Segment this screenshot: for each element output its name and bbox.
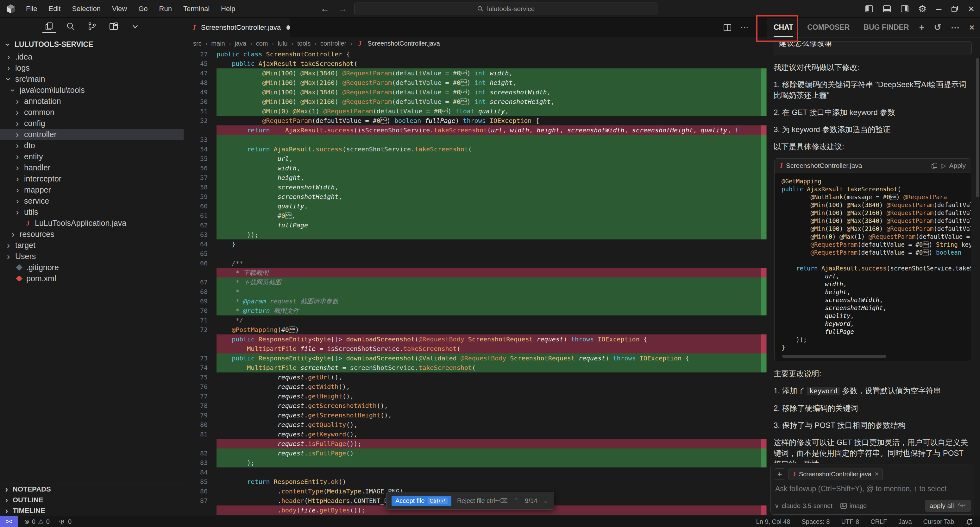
code-line-27[interactable]: 27public class ScreenshotController {: [184, 49, 767, 59]
code-line-83[interactable]: 83 );: [184, 458, 767, 468]
prev-diff-icon[interactable]: ⌃: [514, 497, 519, 505]
code-line-60[interactable]: 60 quality,: [184, 201, 767, 211]
code-line-69[interactable]: 69 * @param request 截图请求参数: [184, 296, 767, 306]
tree-item-users[interactable]: ›Users: [0, 251, 184, 262]
status-crlf[interactable]: CRLF: [870, 518, 887, 525]
code-line-64[interactable]: 64 }: [184, 239, 767, 249]
menu-file[interactable]: File: [26, 5, 37, 13]
chat-tab-composer[interactable]: COMPOSER: [807, 23, 850, 32]
toggle-sidebar-icon[interactable]: [865, 5, 873, 13]
tree-item-lulutoolsapplication-java[interactable]: JLuLuToolsApplication.java: [0, 218, 184, 229]
tree-item--idea[interactable]: ›.idea: [0, 51, 184, 62]
code-line-66[interactable]: 66 /**: [184, 258, 767, 268]
tree-item-utils[interactable]: ›utils: [0, 207, 184, 218]
code-line-62[interactable]: 62 fullPage: [184, 220, 767, 230]
apply-all-button[interactable]: apply all ^↵: [925, 500, 971, 512]
code-line-71[interactable]: 71 */: [184, 315, 767, 325]
toggle-panel-icon[interactable]: [883, 5, 891, 13]
window-close-icon[interactable]: ×: [968, 3, 974, 15]
code-line[interactable]: return AjaxResult.success(isScreenShotSe…: [184, 126, 767, 135]
section-notepads[interactable]: ›NOTEPADS: [0, 484, 184, 495]
tree-item-dto[interactable]: ›dto: [0, 140, 184, 151]
chat-input-box[interactable]: + J ScreenshotController.java × Ask foll…: [770, 465, 974, 515]
code-line[interactable]: request.isFullPage());: [184, 439, 767, 449]
breadcrumb-item[interactable]: com: [256, 40, 268, 47]
window-minimize-icon[interactable]: –: [936, 3, 941, 14]
code-line-48[interactable]: 48 @Min(100) @Max(2160) @RequestParam(de…: [184, 78, 767, 88]
accept-file-button[interactable]: Accept file Ctrl+↵: [391, 496, 451, 506]
model-selector[interactable]: ∨ claude-3.5-sonnet: [775, 502, 832, 509]
tree-item-pom-xml[interactable]: pom.xml: [0, 273, 184, 284]
tree-item-config[interactable]: ›config: [0, 118, 184, 129]
remote-indicator[interactable]: ><: [0, 516, 18, 527]
more-actions-icon[interactable]: ⋯: [740, 22, 749, 32]
tree-item-common[interactable]: ›common: [0, 107, 184, 118]
breadcrumb-item[interactable]: java: [235, 40, 246, 47]
tree-item-handler[interactable]: ›handler: [0, 162, 184, 173]
code-line-85[interactable]: 85 return ResponseEntity.ok(): [184, 477, 767, 486]
menu-view[interactable]: View: [112, 5, 127, 13]
window-restore-icon[interactable]: [951, 5, 958, 13]
status-java[interactable]: Java: [898, 518, 912, 525]
code-line-61[interactable]: 61 #0,: [184, 211, 767, 220]
breadcrumb-item[interactable]: src: [193, 40, 202, 47]
tree-item--gitignore[interactable]: .gitignore: [0, 262, 184, 273]
toggle-secondary-sidebar-icon[interactable]: [900, 5, 909, 13]
code-line-80[interactable]: 80 request.getQuality(),: [184, 420, 767, 430]
tree-item-mapper[interactable]: ›mapper: [0, 184, 184, 196]
code-line-50[interactable]: 50 @Min(100) @Max(2160) @RequestParam(de…: [184, 97, 767, 107]
code-line-63[interactable]: 63 ));: [184, 230, 767, 239]
more-icon[interactable]: ⋯: [951, 22, 960, 33]
problems-indicator[interactable]: ⊗0 ⚠0: [24, 518, 50, 525]
tree-item-java-com-lulu-tools[interactable]: ›java\com\lulu\tools: [0, 84, 184, 96]
tree-item-service[interactable]: ›service: [0, 196, 184, 207]
code-line-79[interactable]: 79 request.getScreenshotHeight(),: [184, 411, 767, 420]
tree-item-controller[interactable]: ›controller: [0, 129, 184, 140]
layout-grid-icon[interactable]: [107, 20, 120, 33]
chevron-down-icon[interactable]: [129, 20, 142, 33]
tree-item-interceptor[interactable]: ›interceptor: [0, 173, 184, 184]
breadcrumb-item[interactable]: tools: [297, 40, 310, 47]
context-chip[interactable]: J ScreenshotController.java ×: [789, 468, 883, 480]
tree-item-src-main[interactable]: ›src\main: [0, 73, 184, 84]
command-search-input[interactable]: lulutools-service: [354, 3, 657, 15]
code-line-68[interactable]: 68 *: [184, 287, 767, 296]
reject-file-button[interactable]: Reject file ctrl+⌫: [457, 497, 508, 505]
chat-tab-bug-finder[interactable]: BUG FINDER: [864, 23, 909, 32]
code-line-59[interactable]: 59 screenshotHeight,: [184, 192, 767, 201]
copy-pages-icon[interactable]: [42, 20, 56, 33]
code-line[interactable]: MultipartFile file = isScreenShotService…: [184, 344, 767, 353]
tree-item-logs[interactable]: ›logs: [0, 62, 184, 73]
split-editor-icon[interactable]: [723, 24, 732, 32]
remove-context-icon[interactable]: ×: [875, 470, 879, 478]
menu-help[interactable]: Help: [221, 5, 235, 13]
tree-item-resources[interactable]: ›resources: [0, 229, 184, 240]
code-area[interactable]: 27public class ScreenshotController {45 …: [184, 49, 767, 516]
editor-tab-screenshotcontroller[interactable]: J ScreenshotController.java: [184, 18, 290, 37]
close-panel-icon[interactable]: ×: [969, 22, 974, 33]
code-line[interactable]: * 下载截图: [184, 268, 767, 277]
code-line-78[interactable]: 78 request.getScreenshotWidth(),: [184, 401, 767, 411]
add-context-button[interactable]: +: [774, 468, 785, 480]
section-outline[interactable]: ›OUTLINE: [0, 495, 184, 505]
code-line-74[interactable]: 74 MultipartFile screenshot = screenShot…: [184, 363, 767, 373]
settings-gear-icon[interactable]: ⚙: [918, 4, 927, 14]
menu-terminal[interactable]: Terminal: [183, 5, 210, 13]
forward-arrow-icon[interactable]: →: [338, 4, 347, 14]
breadcrumb-item[interactable]: controller: [320, 40, 346, 47]
image-attach-button[interactable]: image: [840, 502, 867, 509]
menu-selection[interactable]: Selection: [72, 5, 101, 13]
notifications-bell-icon[interactable]: [966, 518, 973, 525]
code-line-51[interactable]: 51 @Min(0) @Max(1) @RequestParam(default…: [184, 107, 767, 116]
code-line-72[interactable]: 72 @PostMapping(#0): [184, 325, 767, 334]
code-line-77[interactable]: 77 request.getHeight(),: [184, 392, 767, 401]
next-diff-icon[interactable]: ⌄: [543, 497, 549, 505]
menu-run[interactable]: Run: [159, 5, 172, 13]
code-line-82[interactable]: 82 request.isFullPage(): [184, 449, 767, 458]
apply-button[interactable]: Apply: [949, 160, 966, 171]
code-line-49[interactable]: 49 @Min(100) @Max(3840) @RequestParam(de…: [184, 88, 767, 97]
tree-item-annotation[interactable]: ›annotation: [0, 96, 184, 107]
tree-item-entity[interactable]: ›entity: [0, 151, 184, 162]
code-line-53[interactable]: 53: [184, 135, 767, 145]
source-control-icon[interactable]: [86, 20, 99, 33]
